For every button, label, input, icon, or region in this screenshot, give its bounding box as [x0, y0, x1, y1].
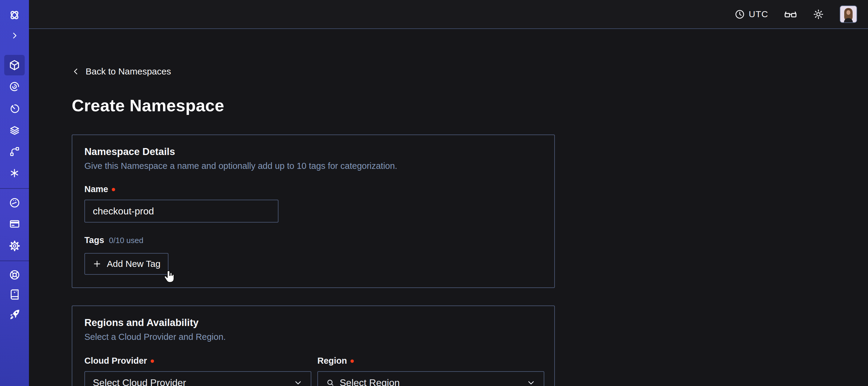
temporal-logo-icon[interactable]: [7, 8, 22, 22]
cloud-provider-select-value: Select Cloud Provider: [93, 377, 186, 386]
user-avatar[interactable]: [840, 5, 857, 23]
card-description: Give this Namespace a name and optionall…: [84, 161, 542, 171]
asterisk-icon[interactable]: [7, 166, 22, 180]
main-content: Back to Namespaces Create Namespace Name…: [29, 30, 868, 386]
required-dot: [350, 359, 354, 363]
layers-icon[interactable]: [7, 123, 22, 138]
cloud-provider-select[interactable]: Select Cloud Provider: [84, 371, 311, 386]
sidebar-divider: [0, 188, 29, 189]
card-title: Regions and Availability: [84, 317, 542, 328]
timer-icon[interactable]: [7, 101, 22, 116]
name-label: Name: [84, 184, 542, 194]
sidebar-divider: [0, 261, 29, 261]
add-new-tag-button[interactable]: Add New Tag: [84, 253, 168, 275]
glasses-icon[interactable]: [784, 9, 797, 19]
branch-icon[interactable]: [7, 144, 22, 159]
support-lifebuoy-icon[interactable]: [7, 267, 22, 282]
timezone-label: UTC: [749, 9, 768, 19]
namespace-details-card: Namespace Details Give this Namespace a …: [72, 135, 555, 288]
back-link-label: Back to Namespaces: [86, 66, 171, 77]
create-namespace-page: { "colors": { "sidebar_top": "#3f46c9", …: [0, 0, 868, 386]
iris-spiral-icon[interactable]: [7, 79, 22, 94]
namespaces-cube-icon[interactable]: [7, 58, 22, 72]
sun-theme-icon[interactable]: [813, 9, 824, 20]
tags-header: Tags 0/10 used: [84, 235, 542, 245]
docs-book-icon[interactable]: [7, 287, 22, 301]
regions-availability-card: Regions and Availability Select a Cloud …: [72, 305, 555, 386]
getting-started-rocket-icon[interactable]: [7, 307, 22, 322]
region-fields-row: Cloud Provider Select Cloud Provider Reg…: [84, 356, 542, 386]
topbar: UTC: [29, 0, 868, 29]
chevron-left-icon: [72, 67, 80, 76]
region-label: Region: [317, 356, 544, 366]
cloud-provider-label: Cloud Provider: [84, 356, 311, 366]
card-description: Select a Cloud Provider and Region.: [84, 332, 542, 342]
chevron-down-icon: [526, 378, 536, 386]
sidebar: [0, 0, 29, 386]
plus-icon: [93, 259, 101, 268]
page-title: Create Namespace: [72, 96, 868, 115]
card-title: Namespace Details: [84, 146, 542, 157]
tags-usage-counter: 0/10 used: [109, 236, 144, 245]
back-to-namespaces-link[interactable]: Back to Namespaces: [72, 66, 171, 77]
region-select[interactable]: Select Region: [317, 371, 544, 386]
settings-gear-icon[interactable]: [7, 239, 22, 253]
cloud-provider-field-group: Cloud Provider Select Cloud Provider: [84, 356, 311, 386]
region-field-group: Region Select Region: [317, 356, 544, 386]
clock-icon: [735, 9, 745, 20]
sidebar-expand-chevron-right-icon[interactable]: [7, 28, 22, 43]
namespace-name-input[interactable]: [84, 200, 278, 222]
chevron-down-icon: [293, 378, 303, 386]
timezone-selector[interactable]: UTC: [735, 9, 768, 20]
region-select-value: Select Region: [340, 377, 400, 386]
tags-label: Tags: [84, 235, 104, 245]
name-field-group: Name: [84, 184, 542, 222]
search-icon: [326, 378, 335, 386]
add-tag-label: Add New Tag: [107, 259, 161, 269]
required-dot: [151, 359, 154, 363]
required-dot: [112, 188, 115, 191]
billing-card-icon[interactable]: [7, 216, 22, 231]
usage-gauge-icon[interactable]: [7, 196, 22, 210]
